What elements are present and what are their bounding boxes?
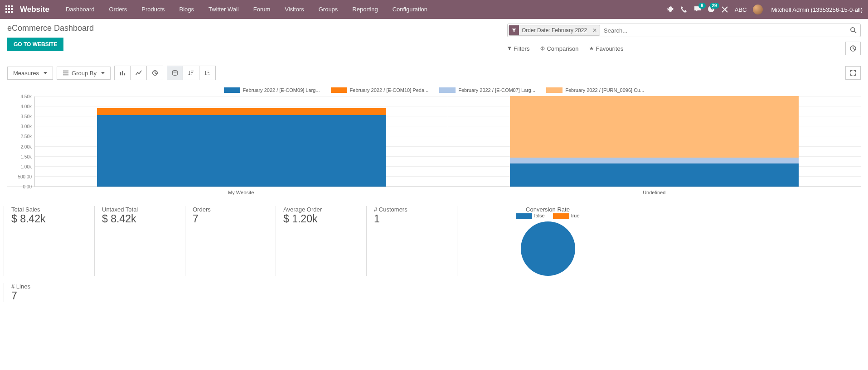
stacked-button[interactable] (167, 66, 183, 80)
kpi-value: 1 (374, 213, 450, 225)
kpi-card: # Customers1 (366, 206, 457, 276)
kpi-label: Conversion Rate (526, 206, 570, 213)
search-input[interactable] (601, 27, 847, 34)
kpi-row: Total Sales$ 8.42kUntaxed Total$ 8.42kOr… (0, 200, 868, 316)
y-tick: 500.00 (18, 174, 32, 179)
y-tick: 1.00k (21, 164, 32, 169)
kpi-value: $ 1.20k (283, 213, 359, 225)
kpi-value: 7 (11, 290, 857, 302)
groupby-dropdown[interactable]: Group By (57, 67, 111, 80)
close-customize-icon[interactable] (721, 6, 728, 13)
pie-legend-item[interactable]: false (516, 213, 544, 219)
legend-item[interactable]: February 2022 / [E-COM07] Larg... (439, 87, 535, 93)
pie-legend: falsetrue (516, 213, 579, 219)
search-icon[interactable] (847, 27, 860, 34)
facet-label: Order Date: February 2022 (519, 27, 590, 34)
nav-reporting[interactable]: Reporting (346, 0, 384, 19)
user-name[interactable]: Mitchell Admin (13353256-15-0-all) (771, 6, 863, 13)
x-label: My Website (34, 190, 448, 195)
sort-asc-button[interactable] (199, 66, 216, 80)
pie-chart-button[interactable] (147, 66, 163, 80)
search-facet: Order Date: February 2022 ✕ (509, 25, 600, 36)
fullscreen-button[interactable] (845, 66, 861, 80)
messages-badge: 8 (698, 3, 706, 9)
kpi-label: Total Sales (11, 206, 87, 213)
view-toolbar: Measures Group By (0, 60, 868, 86)
activities-badge: 29 (710, 3, 719, 9)
messages-icon[interactable]: 8 (694, 5, 701, 14)
nav-blogs[interactable]: Blogs (173, 0, 201, 19)
conversion-card: Conversion Rate falsetrue (457, 206, 638, 276)
comparison-dropdown[interactable]: Comparison (540, 45, 578, 52)
kpi-card: Total Sales$ 8.42k (4, 206, 94, 276)
svg-point-7 (173, 71, 178, 72)
control-panel: eCommerce Dashboard GO TO WEBSITE Order … (0, 19, 868, 60)
sort-desc-button[interactable] (183, 66, 199, 80)
bar-chart-button[interactable] (114, 66, 131, 80)
nav-twitter-wall[interactable]: Twitter Wall (202, 0, 245, 19)
kpi-label: Orders (193, 206, 268, 213)
y-tick: 2.50k (21, 134, 32, 139)
y-tick: 1.50k (21, 154, 32, 159)
y-tick: 3.50k (21, 114, 32, 119)
bar-segment[interactable] (97, 115, 386, 187)
kpi-label: Untaxed Total (102, 206, 178, 213)
y-tick: 4.50k (21, 94, 32, 99)
kpi-label: Average Order (283, 206, 359, 213)
apps-icon[interactable] (5, 5, 14, 14)
bar-column[interactable] (510, 96, 799, 187)
phone-icon[interactable] (680, 6, 688, 13)
line-chart-button[interactable] (131, 66, 147, 80)
avatar[interactable] (753, 5, 763, 14)
top-navbar: Website Dashboard Orders Products Blogs … (0, 0, 868, 19)
legend-item[interactable]: February 2022 / [FURN_0096] Cu... (546, 87, 644, 93)
x-label: Undefined (448, 190, 861, 195)
kpi-label: # Customers (374, 206, 450, 213)
nav-dashboard[interactable]: Dashboard (59, 0, 101, 19)
kpi-value: $ 8.42k (11, 213, 87, 225)
kpi-card: Untaxed Total$ 8.42k (94, 206, 185, 276)
svg-rect-3 (120, 72, 121, 75)
chart-mode-group (167, 66, 216, 80)
main-chart: February 2022 / [E-COM09] Larg...Februar… (0, 86, 868, 200)
bar-segment[interactable] (510, 158, 799, 163)
debug-icon[interactable] (667, 6, 674, 13)
bar-segment[interactable] (97, 108, 386, 115)
kpi-label: # Lines (11, 283, 857, 290)
bar-segment[interactable] (510, 96, 799, 158)
nav-configuration[interactable]: Configuration (386, 0, 434, 19)
chart-type-group (114, 66, 163, 80)
add-to-dashboard-button[interactable] (845, 42, 861, 55)
y-tick: 3.00k (21, 124, 32, 129)
filter-icon (509, 25, 519, 35)
filters-dropdown[interactable]: Filters (507, 45, 529, 52)
svg-rect-4 (122, 71, 123, 76)
favourites-dropdown[interactable]: Favourites (589, 45, 623, 52)
legend-item[interactable]: February 2022 / [E-COM10] Peda... (331, 87, 429, 93)
kpi-card: Orders7 (185, 206, 276, 276)
go-to-website-button[interactable]: GO TO WEBSITE (7, 38, 63, 51)
y-tick: 2.00k (21, 144, 32, 149)
bar-column[interactable] (97, 108, 386, 187)
nav-orders[interactable]: Orders (102, 0, 133, 19)
pie-legend-item[interactable]: true (553, 213, 580, 219)
kpi-value: $ 8.42k (102, 213, 178, 225)
database-label[interactable]: ABC (735, 6, 747, 13)
kpi-card: Average Order$ 1.20k (276, 206, 366, 276)
y-tick: 0.00 (23, 184, 32, 189)
nav-products[interactable]: Products (135, 0, 171, 19)
svg-point-0 (851, 28, 855, 32)
svg-rect-5 (124, 73, 126, 75)
page-title: eCommerce Dashboard (7, 24, 94, 33)
nav-groups[interactable]: Groups (312, 0, 344, 19)
facet-remove-icon[interactable]: ✕ (590, 27, 600, 34)
brand-title: Website (20, 5, 49, 14)
activities-icon[interactable]: 29 (708, 5, 715, 14)
pie-chart[interactable] (521, 221, 575, 276)
measures-dropdown[interactable]: Measures (7, 67, 53, 80)
search-bar[interactable]: Order Date: February 2022 ✕ (507, 24, 861, 37)
legend-item[interactable]: February 2022 / [E-COM09] Larg... (224, 87, 320, 93)
nav-forum[interactable]: Forum (247, 0, 277, 19)
nav-visitors[interactable]: Visitors (278, 0, 310, 19)
bar-segment[interactable] (510, 163, 799, 187)
